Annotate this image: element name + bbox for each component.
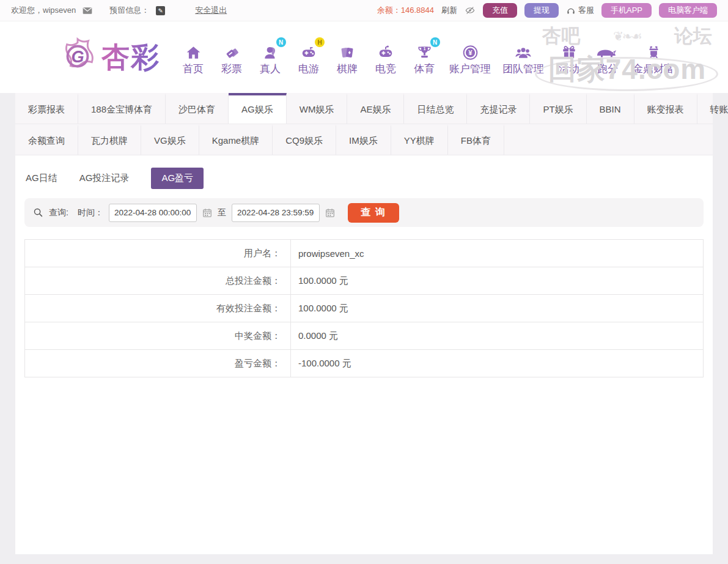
calendar-icon[interactable] [325, 208, 335, 218]
svg-text:¥: ¥ [468, 49, 472, 56]
profit-loss-table: 用户名： prowipseven_xc 总投注金额： 100.0000 元 有效… [24, 239, 704, 377]
ticket-icon [224, 39, 240, 61]
watermark-right: 论坛 [674, 24, 712, 48]
tab-AE娱乐[interactable]: AE娱乐 [347, 93, 404, 124]
tab-CQ9娱乐[interactable]: CQ9娱乐 [273, 124, 336, 155]
tab-沙巴体育[interactable]: 沙巴体育 [166, 93, 229, 124]
badge-H: H [315, 37, 325, 47]
recharge-button[interactable]: 充值 [483, 3, 517, 18]
envelope-icon[interactable] [83, 7, 92, 15]
report-tabs-row1: 彩票报表188金宝博体育沙巴体育AG娱乐WM娱乐AE娱乐日结总览充提记录PT娱乐… [15, 93, 713, 124]
gift-icon [561, 39, 577, 61]
cards-icon [339, 39, 355, 61]
row-label: 用户名： [25, 240, 291, 267]
site-header: G 杏彩 首页 彩票 N 真人 H 电游 棋牌 [0, 21, 728, 93]
nav-item-label: 真人 [260, 62, 281, 76]
start-time-input[interactable] [109, 204, 197, 222]
team-people-icon [514, 39, 532, 61]
reserved-info-label: 预留信息： [109, 5, 149, 16]
logo-flower-icon: G [59, 37, 97, 78]
live-person-icon: N [262, 39, 279, 61]
nav-item-label: 跑分 [597, 62, 618, 76]
nav-item-彩票[interactable]: 彩票 [218, 39, 245, 76]
nav-item-真人[interactable]: N 真人 [257, 39, 284, 76]
badge-N: N [430, 37, 440, 47]
refresh-link[interactable]: 刷新 [441, 5, 457, 16]
edit-icon[interactable]: ✎ [156, 6, 165, 15]
row-value: -100.0000 元 [291, 350, 351, 377]
nav-item-体育[interactable]: 1 N 体育 [411, 39, 438, 76]
nav-item-团队管理[interactable]: 团队管理 [502, 39, 544, 76]
content-card: 彩票报表188金宝博体育沙巴体育AG娱乐WM娱乐AE娱乐日结总览充提记录PT娱乐… [15, 93, 713, 554]
calendar-icon[interactable] [202, 208, 212, 218]
tab-IM娱乐[interactable]: IM娱乐 [336, 124, 391, 155]
table-row: 用户名： prowipseven_xc [25, 240, 703, 267]
pc-client-button[interactable]: 电脑客户端 [659, 3, 717, 18]
nav-item-首页[interactable]: 首页 [180, 39, 207, 76]
subtab-AG投注记录[interactable]: AG投注记录 [79, 168, 130, 189]
tab-WM娱乐[interactable]: WM娱乐 [287, 93, 348, 124]
tab-余额查询[interactable]: 余额查询 [15, 124, 78, 155]
eye-slash-icon[interactable] [465, 6, 476, 15]
query-bar: 查询: 时间： 至 查 询 [24, 198, 704, 227]
nav-item-金鼎财富[interactable]: 金鼎财富 [633, 39, 674, 76]
to-label: 至 [218, 207, 226, 218]
nav-item-电游[interactable]: H 电游 [295, 39, 322, 76]
tab-转账报表[interactable]: 转账报表 [697, 93, 728, 124]
customer-service-link[interactable]: 客服 [566, 5, 594, 16]
nav-item-label: 电竞 [375, 62, 396, 76]
tab-彩票报表[interactable]: 彩票报表 [15, 93, 78, 124]
ag-subtabs: AG日结AG投注记录AG盈亏 [15, 155, 713, 189]
nav-item-label: 体育 [414, 62, 435, 76]
subtab-AG盈亏[interactable]: AG盈亏 [151, 168, 204, 189]
nav-item-label: 团队管理 [502, 62, 544, 76]
nav-item-label: 金鼎财富 [633, 62, 674, 76]
withdraw-button[interactable]: 提现 [524, 3, 559, 18]
nav-item-label: 首页 [183, 62, 204, 76]
tab-VG娱乐[interactable]: VG娱乐 [141, 124, 199, 155]
nav-item-电竞[interactable]: 电竞 [372, 39, 399, 76]
query-label: 查询: [49, 207, 68, 218]
rhino-icon [595, 39, 620, 61]
tab-YY棋牌[interactable]: YY棋牌 [391, 124, 448, 155]
nav-item-账户管理[interactable]: ¥ 账户管理 [449, 39, 491, 76]
headphones-icon [566, 6, 576, 15]
time-label: 时间： [78, 207, 103, 218]
site-logo[interactable]: G 杏彩 [59, 37, 160, 78]
nav-item-label: 活动 [559, 62, 579, 76]
tab-日结总览[interactable]: 日结总览 [404, 93, 467, 124]
tab-瓦力棋牌[interactable]: 瓦力棋牌 [78, 124, 141, 155]
search-icon [33, 207, 43, 218]
balance-text: 余额：146.8844 [377, 5, 434, 16]
tab-BBIN[interactable]: BBIN [587, 93, 634, 124]
coin-yuan-icon: ¥ [462, 39, 479, 61]
tab-Kgame棋牌[interactable]: Kgame棋牌 [199, 124, 273, 155]
end-time-input[interactable] [232, 204, 320, 222]
nav-item-跑分[interactable]: 跑分 [594, 39, 621, 76]
svg-text:1: 1 [423, 46, 425, 51]
subtab-AG日结[interactable]: AG日结 [26, 168, 57, 189]
logo-text: 杏彩 [101, 39, 160, 76]
row-label: 盈亏金额： [25, 350, 291, 377]
logout-link[interactable]: 安全退出 [195, 5, 227, 16]
tab-188金宝博体育[interactable]: 188金宝博体育 [78, 93, 166, 124]
row-value: 0.0000 元 [291, 322, 338, 349]
tab-PT娱乐[interactable]: PT娱乐 [530, 93, 586, 124]
table-row: 中奖金额： 0.0000 元 [25, 322, 703, 350]
tab-FB体育[interactable]: FB体育 [448, 124, 504, 155]
tab-账变报表[interactable]: 账变报表 [634, 93, 697, 124]
nav-item-label: 账户管理 [449, 62, 491, 76]
nav-item-棋牌[interactable]: 棋牌 [334, 39, 361, 76]
row-value: prowipseven_xc [291, 240, 364, 267]
tab-AG娱乐[interactable]: AG娱乐 [229, 93, 287, 124]
row-value: 100.0000 元 [291, 267, 348, 294]
tab-充提记录[interactable]: 充提记录 [467, 93, 530, 124]
nav-item-活动[interactable]: 活动 [556, 39, 583, 76]
mobile-app-button[interactable]: 手机APP [601, 3, 652, 18]
welcome-text: 欢迎您，wipseven [11, 5, 76, 16]
row-label: 中奖金额： [25, 322, 291, 349]
table-row: 盈亏金额： -100.0000 元 [25, 350, 703, 377]
trophy-icon: 1 N [416, 39, 433, 61]
report-tabs-row2: 余额查询瓦力棋牌VG娱乐Kgame棋牌CQ9娱乐IM娱乐YY棋牌FB体育 [15, 124, 713, 155]
query-button[interactable]: 查 询 [348, 203, 399, 223]
